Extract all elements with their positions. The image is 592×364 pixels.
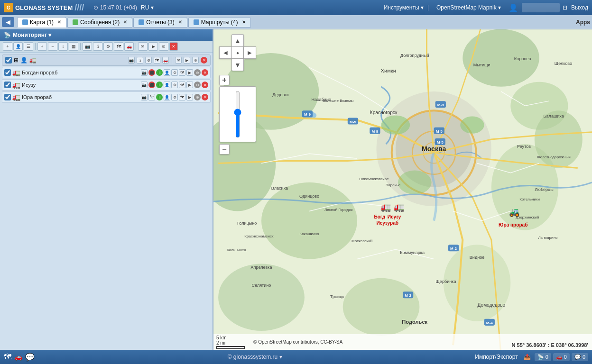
v3-play[interactable]: ⏸ xyxy=(156,94,163,100)
v2-gear[interactable]: ⚙ xyxy=(171,82,178,88)
tab-messages[interactable]: Сообщения (2) ✕ xyxy=(67,17,132,27)
zoom-in-button[interactable]: + xyxy=(219,75,230,85)
svg-text:М-2: М-2 xyxy=(450,246,457,251)
add-group-btn[interactable]: + xyxy=(37,42,47,51)
bottom-car-icon[interactable]: 🚗 xyxy=(14,353,22,361)
vehicle-2-checkbox[interactable] xyxy=(4,82,11,88)
tab-rep-close[interactable]: ✕ xyxy=(178,19,182,25)
group-msg-btn[interactable]: ✉ xyxy=(175,57,182,64)
bottom-url[interactable]: © glonasssystem.ru ▾ xyxy=(38,354,471,360)
instruments-menu[interactable]: Инструменты ▾ xyxy=(384,4,424,11)
v3-map[interactable]: 🗺 xyxy=(179,94,185,100)
v2-car[interactable]: ▶ xyxy=(186,82,193,88)
v1-circle[interactable]: ⊙ xyxy=(194,69,201,76)
group-cam-btn[interactable]: 📷 xyxy=(128,57,135,64)
map-nav-down[interactable]: ▼ xyxy=(231,59,244,71)
group-map-btn[interactable]: 🗺 xyxy=(154,57,160,64)
msg-btn[interactable]: ✉ xyxy=(138,42,148,51)
v2-stop[interactable]: ⬛ xyxy=(148,82,155,88)
sort-btn[interactable]: ↕ xyxy=(58,42,68,51)
del-btn[interactable]: − xyxy=(48,42,57,51)
v3-car[interactable]: ▶ xyxy=(186,94,193,100)
zoom-slider[interactable] xyxy=(233,91,242,138)
v1-person[interactable]: 👤 xyxy=(164,69,170,76)
v3-binoculars[interactable]: 🔭 xyxy=(148,94,155,100)
svg-text:Большие Вяземы: Большие Вяземы xyxy=(323,99,354,103)
v2-map[interactable]: 🗺 xyxy=(179,82,185,88)
v1-close[interactable]: ✕ xyxy=(202,69,208,76)
bottom-map-icon[interactable]: 🗺 xyxy=(4,353,11,361)
vehicle-3-checkbox[interactable] xyxy=(4,94,11,100)
map-nav-left[interactable]: ◄ xyxy=(219,46,231,59)
map-nav-up[interactable]: ▲ xyxy=(231,34,244,46)
svg-text:Одинцово: Одинцово xyxy=(299,194,319,199)
tab-map[interactable]: Карта (1) ✕ xyxy=(17,17,66,27)
back-button[interactable]: ◀ xyxy=(2,17,14,27)
vehicle-row[interactable]: 🚛 Богдан прораб 📷 ⬛ ⏸ 👤 ⚙ 🗺 ▶ ⊙ ✕ xyxy=(2,67,211,78)
v2-cam[interactable]: 📷 xyxy=(141,82,148,88)
vehicle-group-header[interactable]: ⊞ 👤 🚛 📷 ℹ ⚙ 🗺 🚗 ✉ ▶ ⊙ ✕ xyxy=(2,55,211,66)
monitoring-header[interactable]: 📡 Мониторинг ▾ xyxy=(0,29,213,41)
svg-text:Новомосковское: Новомосковское xyxy=(359,177,389,181)
svg-text:Троицк: Троицк xyxy=(330,294,344,299)
svg-point-11 xyxy=(343,278,420,336)
language-selector[interactable]: RU ▾ xyxy=(141,4,154,11)
info-btn[interactable]: ℹ xyxy=(93,42,102,51)
v2-person[interactable]: 👤 xyxy=(164,82,170,88)
zoom-out-button[interactable]: − xyxy=(219,144,230,155)
group-car-btn[interactable]: 🚗 xyxy=(162,57,169,64)
group-close-btn[interactable]: ✕ xyxy=(201,57,207,64)
scale-bar: 5 km 2 mi xyxy=(216,335,245,349)
v2-circle[interactable]: ⊙ xyxy=(194,82,201,88)
tab-routes[interactable]: Маршруты (4) ✕ xyxy=(188,17,251,27)
map-area[interactable]: М-9 М-9 М-9 М-9 М-2 М-2 М-4 М-4 М-5 xyxy=(213,29,592,350)
v3-circle[interactable]: ⊙ xyxy=(194,94,201,100)
group-info-btn[interactable]: ℹ xyxy=(137,57,143,64)
v3-gear[interactable]: ⚙ xyxy=(171,94,178,100)
maptype-selector[interactable]: OpenStreetMap Mapnik ▾ xyxy=(436,4,501,11)
play-btn[interactable]: ▶ xyxy=(148,42,158,51)
vehicle-1-checkbox[interactable] xyxy=(4,69,11,76)
list-btn[interactable]: ☰ xyxy=(24,42,33,51)
add-btn[interactable]: + xyxy=(3,42,12,51)
tab-map-close[interactable]: ✕ xyxy=(57,19,61,25)
v1-stop[interactable]: ⬛ xyxy=(148,69,155,76)
scale-km: 5 km xyxy=(216,335,245,340)
group-checkbox[interactable] xyxy=(5,57,12,64)
map-nav-center[interactable]: ● xyxy=(231,46,244,59)
close-red-btn[interactable]: ✕ xyxy=(169,42,178,51)
v1-map[interactable]: 🗺 xyxy=(179,69,185,76)
user-icon[interactable]: 👤 xyxy=(509,3,518,12)
circle-btn[interactable]: ⊙ xyxy=(159,42,168,51)
group-circle-btn[interactable]: ⊙ xyxy=(192,57,199,64)
filter-btn[interactable]: ▦ xyxy=(69,42,78,51)
gear-btn[interactable]: ⚙ xyxy=(103,42,113,51)
v2-play[interactable]: ⏸ xyxy=(156,82,163,88)
status-icon-1: 📡 xyxy=(537,354,544,360)
group-play-btn[interactable]: ▶ xyxy=(184,57,190,64)
tab-msg-close[interactable]: ✕ xyxy=(123,19,127,25)
bottom-msg-icon[interactable]: 💬 xyxy=(25,353,35,362)
person-btn[interactable]: 👤 xyxy=(13,42,23,51)
v3-close[interactable]: ✕ xyxy=(202,94,208,100)
v1-gear[interactable]: ⚙ xyxy=(171,69,178,76)
fullscreen-btn[interactable]: ⊡ xyxy=(563,4,567,11)
tab-msg-icon xyxy=(73,19,78,25)
import-export-button[interactable]: Импорт/Экспорт xyxy=(475,354,518,360)
vehicle-row[interactable]: 🚛 Юра прораб 📷 🔭 ⏸ 👤 ⚙ 🗺 ▶ ⊙ ✕ xyxy=(2,91,211,103)
group-gear-btn[interactable]: ⚙ xyxy=(145,57,152,64)
map-btn[interactable]: 🗺 xyxy=(114,42,123,51)
car-btn[interactable]: 🚗 xyxy=(124,42,134,51)
v1-car[interactable]: ▶ xyxy=(186,69,193,76)
v2-close[interactable]: ✕ xyxy=(202,82,208,88)
v3-person[interactable]: 👤 xyxy=(164,94,170,100)
logout-btn[interactable]: Выход xyxy=(571,4,588,11)
v3-cam[interactable]: 📷 xyxy=(141,94,148,100)
cam-btn[interactable]: 📷 xyxy=(83,42,92,51)
tab-reports[interactable]: Отчеты (3) ✕ xyxy=(133,17,187,27)
v1-play[interactable]: ⏸ xyxy=(156,69,163,76)
tab-route-close[interactable]: ✕ xyxy=(242,19,246,25)
map-nav-right[interactable]: ► xyxy=(244,46,256,59)
v1-cam[interactable]: 📷 xyxy=(141,69,148,76)
vehicle-row[interactable]: 🚛 Исузу 📷 ⬛ ⏸ 👤 ⚙ 🗺 ▶ ⊙ ✕ xyxy=(2,79,211,91)
